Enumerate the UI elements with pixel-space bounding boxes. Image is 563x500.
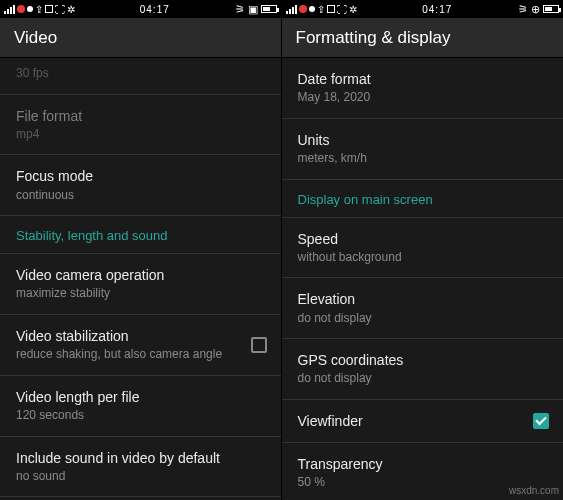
setting-elevation[interactable]: Elevation do not display — [282, 278, 564, 339]
page-title: Video — [14, 28, 57, 48]
setting-title: Viewfinder — [298, 412, 514, 430]
setting-sub: maximize stability — [16, 286, 265, 302]
setting-viewfinder[interactable]: Viewfinder — [282, 400, 564, 443]
dot-icon — [27, 6, 33, 12]
signal-icon — [286, 5, 297, 14]
setting-title: Transparency — [298, 455, 548, 473]
section-label: Stability, length and sound — [16, 228, 265, 243]
setting-sub: do not display — [298, 311, 548, 327]
status-left: ⇪ ⛶ ✲ — [286, 4, 357, 15]
setting-include-sound[interactable]: Include sound in video by default no sou… — [0, 437, 281, 498]
setting-camera-operation[interactable]: Video camera operation maximize stabilit… — [0, 254, 281, 315]
status-bar: ⇪ ⛶ ✲ 04:17 ⚞ ⊕ — [282, 0, 564, 18]
bluetooth-icon: ⚞ — [518, 3, 528, 16]
signal-icon — [4, 5, 15, 14]
setting-date-format[interactable]: Date format May 18, 2020 — [282, 58, 564, 119]
box-icon — [327, 5, 335, 13]
setting-video-length[interactable]: Video length per file 120 seconds — [0, 376, 281, 437]
setting-sub: no sound — [16, 469, 265, 485]
bluetooth-icon: ⚞ — [235, 3, 245, 16]
cast-icon: ▣ — [248, 3, 258, 16]
setting-sub: reduce shaking, but also camera angle — [16, 347, 231, 363]
setting-title: Units — [298, 131, 548, 149]
share-icon: ⊕ — [531, 3, 540, 16]
page-title: Formatting & display — [296, 28, 451, 48]
watermark: wsxdn.com — [509, 485, 559, 496]
action-bar: Video — [0, 18, 281, 58]
checkbox-unchecked[interactable] — [251, 337, 267, 353]
setting-gps[interactable]: GPS coordinates do not display — [282, 339, 564, 400]
setting-title: GPS coordinates — [298, 351, 548, 369]
status-bar: ⇪ ⛶ ✲ 04:17 ⚞ ▣ — [0, 0, 281, 18]
aperture-icon: ✲ — [67, 4, 75, 15]
battery-icon — [543, 5, 559, 13]
setting-sub: do not display — [298, 371, 548, 387]
box-icon — [45, 5, 53, 13]
setting-title: Video stabilization — [16, 327, 231, 345]
checkbox-checked[interactable] — [533, 413, 549, 429]
setting-title: Include sound in video by default — [16, 449, 265, 467]
setting-sub: 30 fps — [16, 66, 265, 82]
dot-icon — [309, 6, 315, 12]
status-right: ⚞ ⊕ — [518, 3, 559, 16]
setting-speed[interactable]: Speed without background — [282, 218, 564, 279]
setting-sub: continuous — [16, 188, 265, 204]
setting-title: Speed — [298, 230, 548, 248]
setting-title: Date format — [298, 70, 548, 88]
setting-units[interactable]: Units meters, km/h — [282, 119, 564, 180]
cast-icon: ⇪ — [35, 4, 43, 15]
setting-focus-mode[interactable]: Focus mode continuous — [0, 155, 281, 216]
setting-title: Focus mode — [16, 167, 265, 185]
setting-sub: 120 seconds — [16, 408, 265, 424]
setting-title: File format — [16, 107, 265, 125]
section-label: Display on main screen — [298, 192, 548, 207]
status-time: 04:17 — [75, 4, 235, 15]
battery-icon — [261, 5, 277, 13]
phone-left: ⇪ ⛶ ✲ 04:17 ⚞ ▣ Video 30 fps File format… — [0, 0, 282, 500]
action-bar: Formatting & display — [282, 18, 564, 58]
crop-icon: ⛶ — [55, 4, 65, 15]
record-icon — [17, 5, 25, 13]
setting-sub: meters, km/h — [298, 151, 548, 167]
setting-fps[interactable]: 30 fps — [0, 58, 281, 95]
status-left: ⇪ ⛶ ✲ — [4, 4, 75, 15]
section-stability: Stability, length and sound — [0, 216, 281, 254]
aperture-icon: ✲ — [349, 4, 357, 15]
settings-list[interactable]: 30 fps File format mp4 Focus mode contin… — [0, 58, 281, 500]
setting-sub: mp4 — [16, 127, 265, 143]
setting-title: Video camera operation — [16, 266, 265, 284]
status-right: ⚞ ▣ — [235, 3, 277, 16]
setting-title: Video length per file — [16, 388, 265, 406]
setting-sub: May 18, 2020 — [298, 90, 548, 106]
record-icon — [299, 5, 307, 13]
status-time: 04:17 — [357, 4, 519, 15]
setting-sub: without background — [298, 250, 548, 266]
cast-icon: ⇪ — [317, 4, 325, 15]
setting-file-format[interactable]: File format mp4 — [0, 95, 281, 156]
crop-icon: ⛶ — [337, 4, 347, 15]
section-display-main: Display on main screen — [282, 180, 564, 218]
setting-stabilization[interactable]: Video stabilization reduce shaking, but … — [0, 315, 281, 376]
settings-list[interactable]: Date format May 18, 2020 Units meters, k… — [282, 58, 564, 500]
phone-right: ⇪ ⛶ ✲ 04:17 ⚞ ⊕ Formatting & display Dat… — [282, 0, 564, 500]
setting-title: Elevation — [298, 290, 548, 308]
